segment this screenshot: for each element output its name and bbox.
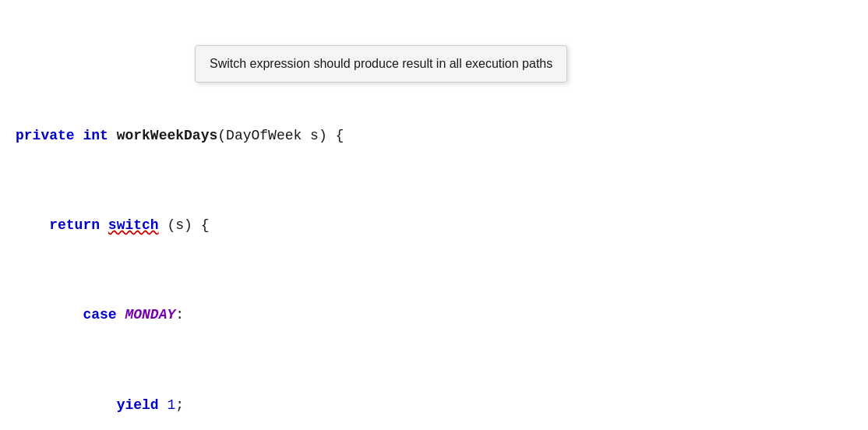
method-name: workWeekDays [117, 128, 218, 143]
code-editor: Switch expression should produce result … [16, 12, 852, 430]
code-line-3: case MONDAY: [16, 304, 852, 326]
code-line-1: private int workWeekDays(DayOfWeek s) { [16, 125, 852, 147]
keyword-case-1: case [83, 307, 116, 322]
tooltip-text: Switch expression should produce result … [210, 57, 552, 70]
keyword-private: private [16, 128, 75, 143]
number-1: 1 [167, 397, 175, 413]
code-line-2: return switch (s) { [16, 214, 852, 237]
keyword-int: int [83, 128, 108, 143]
code-line-4: yield 1; [16, 394, 852, 417]
case-monday: MONDAY [125, 307, 175, 322]
tooltip-popup: Switch expression should produce result … [195, 45, 567, 83]
keyword-return: return [49, 217, 100, 233]
keyword-switch: switch [108, 217, 159, 233]
keyword-yield-1: yield [117, 397, 159, 413]
